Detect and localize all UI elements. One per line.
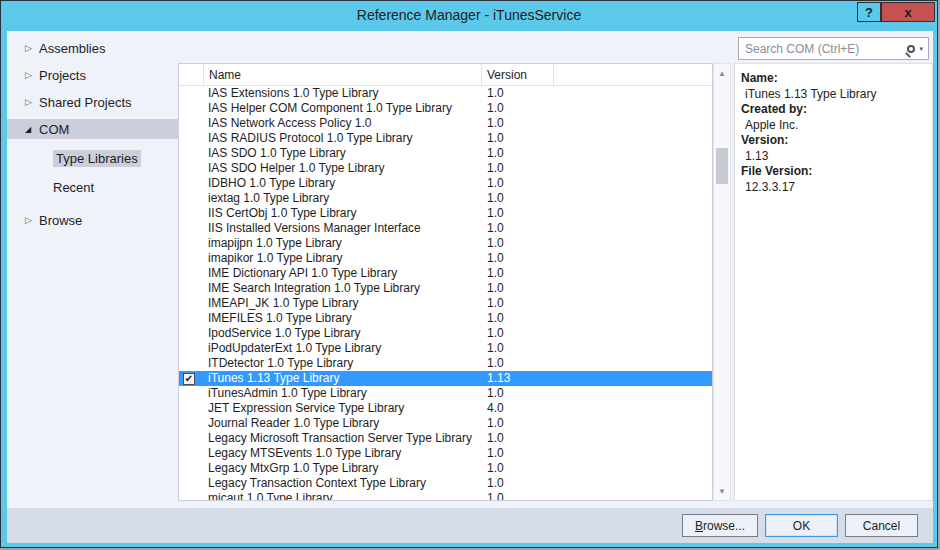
row-name: micaut 1.0 Type Library <box>204 491 482 501</box>
checkbox-cell[interactable]: ✔ <box>179 373 204 385</box>
scrollbar-thumb[interactable] <box>716 148 728 184</box>
table-row[interactable]: Legacy Microsoft Transaction Server Type… <box>179 431 712 446</box>
right-panel: ▾ Name:iTunes 1.13 Type LibraryCreated b… <box>734 31 933 507</box>
chevron-collapsed-icon[interactable]: ▷ <box>25 215 39 225</box>
table-row[interactable]: JET Expression Service Type Library4.0 <box>179 401 712 416</box>
table-row[interactable]: imapikor 1.0 Type Library1.0 <box>179 251 712 266</box>
row-name: IIS Installed Versions Manager Interface <box>204 221 482 236</box>
vertical-scrollbar[interactable]: ▲ ▼ <box>713 63 731 501</box>
detail-panel: Name:iTunes 1.13 Type LibraryCreated by:… <box>734 63 933 501</box>
detail-value: 1.13 <box>741 149 926 165</box>
sidebar-item-type-libraries[interactable]: Type Libraries <box>7 148 178 168</box>
row-name: iPodUpdaterExt 1.0 Type Library <box>204 341 482 356</box>
table-row[interactable]: IAS Helper COM Component 1.0 Type Librar… <box>179 101 712 116</box>
row-name: iTunes 1.13 Type Library <box>204 371 482 386</box>
checked-checkbox[interactable]: ✔ <box>183 373 195 385</box>
ok-button[interactable]: OK <box>765 514 838 537</box>
detail-value: iTunes 1.13 Type Library <box>741 87 926 103</box>
sidebar-item-shared-projects[interactable]: ▷Shared Projects <box>7 92 178 112</box>
table-row[interactable]: ITDetector 1.0 Type Library1.0 <box>179 356 712 371</box>
table-row[interactable]: IME Search Integration 1.0 Type Library1… <box>179 281 712 296</box>
row-name: IDBHO 1.0 Type Library <box>204 176 482 191</box>
table-row[interactable]: IDBHO 1.0 Type Library1.0 <box>179 176 712 191</box>
table-row[interactable]: IME Dictionary API 1.0 Type Library1.0 <box>179 266 712 281</box>
row-version: 1.0 <box>482 491 712 501</box>
sidebar-item-label: Recent <box>53 180 94 195</box>
table-row[interactable]: iPodUpdaterExt 1.0 Type Library1.0 <box>179 341 712 356</box>
table-row[interactable]: micaut 1.0 Type Library1.0 <box>179 491 712 501</box>
search-icon[interactable] <box>907 45 915 53</box>
table-row[interactable]: IAS SDO 1.0 Type Library1.0 <box>179 146 712 161</box>
row-version: 1.0 <box>482 341 712 356</box>
scroll-down-icon[interactable]: ▼ <box>714 483 730 499</box>
row-version: 1.0 <box>482 431 712 446</box>
sidebar-item-label: Assemblies <box>39 41 105 56</box>
titlebar[interactable]: Reference Manager - iTunesService ? x <box>1 1 937 31</box>
table-row[interactable]: Legacy MTSEvents 1.0 Type Library1.0 <box>179 446 712 461</box>
help-button[interactable]: ? <box>857 2 881 22</box>
row-version: 1.0 <box>482 206 712 221</box>
row-name: Legacy Microsoft Transaction Server Type… <box>204 431 482 446</box>
table-row[interactable]: ✔iTunes 1.13 Type Library1.13 <box>179 371 712 386</box>
table-row[interactable]: IAS Network Access Policy 1.01.0 <box>179 116 712 131</box>
table-row[interactable]: iextag 1.0 Type Library1.0 <box>179 191 712 206</box>
sidebar-item-label: Type Libraries <box>53 150 141 167</box>
sidebar-nav: ▷Assemblies▷Projects▷Shared Projects◢COM… <box>7 31 178 507</box>
sidebar-item-projects[interactable]: ▷Projects <box>7 65 178 85</box>
row-name: IpodService 1.0 Type Library <box>204 326 482 341</box>
scroll-up-icon[interactable]: ▲ <box>714 65 730 81</box>
row-name: IAS Helper COM Component 1.0 Type Librar… <box>204 101 482 116</box>
sidebar-item-com[interactable]: ◢COM <box>7 119 178 139</box>
row-name: iextag 1.0 Type Library <box>204 191 482 206</box>
row-name: Legacy Transaction Context Type Library <box>204 476 482 491</box>
detail-label: Version: <box>741 133 926 149</box>
detail-label: File Version: <box>741 164 926 180</box>
table-row[interactable]: IIS CertObj 1.0 Type Library1.0 <box>179 206 712 221</box>
chevron-collapsed-icon[interactable]: ▷ <box>25 70 39 80</box>
sidebar-item-recent[interactable]: Recent <box>7 177 178 197</box>
row-name: IMEAPI_JK 1.0 Type Library <box>204 296 482 311</box>
search-box[interactable]: ▾ <box>738 37 929 60</box>
list-header: NameVersion <box>179 64 712 86</box>
browse-button[interactable]: Browse... <box>682 514 758 537</box>
table-row[interactable]: IMEAPI_JK 1.0 Type Library1.0 <box>179 296 712 311</box>
table-row[interactable]: IAS Extensions 1.0 Type Library1.0 <box>179 86 712 101</box>
reference-manager-dialog: Reference Manager - iTunesService ? x ▷A… <box>0 0 938 548</box>
table-row[interactable]: IMEFILES 1.0 Type Library1.0 <box>179 311 712 326</box>
row-version: 1.0 <box>482 131 712 146</box>
row-name: Legacy MTSEvents 1.0 Type Library <box>204 446 482 461</box>
detail-value: 12.3.3.17 <box>741 180 926 196</box>
dialog-title: Reference Manager - iTunesService <box>1 7 937 23</box>
table-row[interactable]: imapijpn 1.0 Type Library1.0 <box>179 236 712 251</box>
close-button[interactable]: x <box>881 2 935 22</box>
column-header-version[interactable]: Version <box>482 64 554 85</box>
column-header-name[interactable]: Name <box>204 64 482 85</box>
sidebar-item-label: Browse <box>39 213 82 228</box>
table-row[interactable]: iTunesAdmin 1.0 Type Library1.0 <box>179 386 712 401</box>
column-header-blank[interactable] <box>179 64 204 85</box>
detail-value: Apple Inc. <box>741 118 926 134</box>
chevron-collapsed-icon[interactable]: ▷ <box>25 43 39 53</box>
chevron-expanded-icon[interactable]: ◢ <box>25 125 39 134</box>
row-name: iTunesAdmin 1.0 Type Library <box>204 386 482 401</box>
search-input[interactable] <box>739 42 894 56</box>
list-rows: IAS Extensions 1.0 Type Library1.0IAS He… <box>179 86 712 501</box>
table-row[interactable]: IAS RADIUS Protocol 1.0 Type Library1.0 <box>179 131 712 146</box>
table-row[interactable]: Legacy MtxGrp 1.0 Type Library1.0 <box>179 461 712 476</box>
row-version: 1.0 <box>482 86 712 101</box>
row-version: 1.0 <box>482 296 712 311</box>
sidebar-item-browse[interactable]: ▷Browse <box>7 210 178 230</box>
table-row[interactable]: IAS SDO Helper 1.0 Type Library1.0 <box>179 161 712 176</box>
table-row[interactable]: Journal Reader 1.0 Type Library1.0 <box>179 416 712 431</box>
column-header-blank[interactable] <box>554 64 712 85</box>
chevron-down-icon[interactable]: ▾ <box>919 45 923 53</box>
table-row[interactable]: IpodService 1.0 Type Library1.0 <box>179 326 712 341</box>
sidebar-item-assemblies[interactable]: ▷Assemblies <box>7 38 178 58</box>
search-controls[interactable]: ▾ <box>894 45 928 53</box>
row-name: Legacy MtxGrp 1.0 Type Library <box>204 461 482 476</box>
cancel-button[interactable]: Cancel <box>845 514 918 537</box>
row-version: 1.0 <box>482 251 712 266</box>
table-row[interactable]: IIS Installed Versions Manager Interface… <box>179 221 712 236</box>
chevron-collapsed-icon[interactable]: ▷ <box>25 97 39 107</box>
table-row[interactable]: Legacy Transaction Context Type Library1… <box>179 476 712 491</box>
